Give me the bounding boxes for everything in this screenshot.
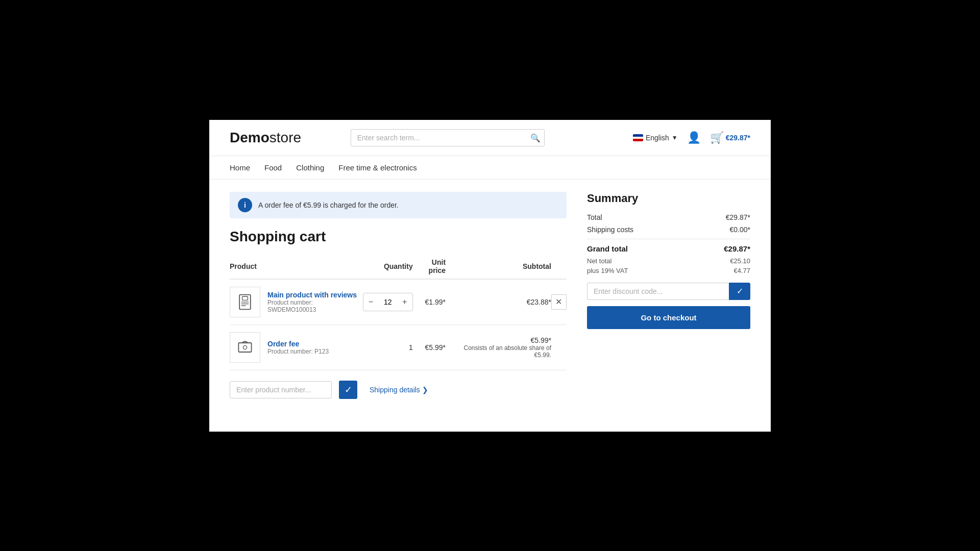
search-input[interactable] (351, 129, 545, 146)
col-unit-price: Unit price (413, 254, 446, 279)
info-banner: i A order fee of €5.99 is charged for th… (230, 192, 567, 218)
summary-vat-row: plus 19% VAT €4.77 (587, 267, 750, 274)
summary-shipping-row: Shipping costs €0.00* (587, 226, 750, 234)
quantity-input[interactable] (379, 298, 397, 306)
cart-title: Shopping cart (230, 229, 567, 245)
total-label: Total (587, 213, 602, 221)
language-label: English (646, 134, 669, 142)
cart-button[interactable]: 🛒 €29.87* (710, 131, 750, 144)
product-number: Product number: P123 (267, 348, 329, 355)
col-quantity: Quantity (363, 254, 413, 279)
summary-divider (587, 239, 750, 239)
grand-total-label: Grand total (587, 244, 628, 253)
summary-title: Summary (587, 192, 750, 205)
product-image (230, 287, 260, 317)
discount-code-input[interactable] (587, 283, 729, 300)
shipping-details-label: Shipping details (370, 386, 420, 394)
info-icon: i (238, 198, 252, 212)
search-button[interactable]: 🔍 (530, 133, 541, 142)
logo-thin: store (270, 130, 301, 145)
discount-row: ✓ (587, 283, 750, 300)
logo[interactable]: Demostore (230, 130, 301, 146)
shipping-label: Shipping costs (587, 226, 633, 234)
summary-total-row: Total €29.87* (587, 213, 750, 221)
order-fee-qty: 1 (363, 324, 413, 370)
order-fee-thumbnail-icon (236, 338, 254, 357)
cart-section: i A order fee of €5.99 is charged for th… (230, 192, 567, 399)
cart-icon: 🛒 (710, 131, 724, 144)
discount-apply-button[interactable]: ✓ (729, 283, 750, 300)
product-name[interactable]: Main product with reviews (267, 291, 363, 299)
logo-bold: Demo (230, 130, 270, 145)
grand-total-value: €29.87* (724, 244, 750, 253)
product-number: Product number: SWDEMO100013 (267, 299, 363, 313)
checkout-button[interactable]: Go to checkout (587, 306, 750, 329)
svg-rect-1 (242, 296, 248, 300)
summary-grand-total-row: Grand total €29.87* (587, 244, 750, 253)
product-info: Order fee Product number: P123 (267, 340, 329, 355)
product-info: Main product with reviews Product number… (267, 291, 363, 313)
col-subtotal: Subtotal (446, 254, 551, 279)
table-row: Order fee Product number: P123 1 €5.99* … (230, 324, 567, 370)
nav-item-free-time-electronics[interactable]: Free time & electronics (338, 163, 416, 172)
quantity-increase-button[interactable]: + (397, 293, 412, 311)
remove-item-button[interactable]: ✕ (551, 294, 567, 310)
shipping-details-link[interactable]: Shipping details ❯ (370, 386, 428, 394)
product-thumbnail-icon (236, 293, 254, 311)
nav-item-food[interactable]: Food (264, 163, 282, 172)
order-fee-note: Consists of an absolute share of €5.99. (446, 344, 551, 359)
user-account-button[interactable]: 👤 (687, 131, 701, 144)
cart-amount: €29.87* (726, 134, 750, 142)
cart-table: Product Quantity Unit price Subtotal (230, 254, 567, 370)
header: Demostore 🔍 English ▼ 👤 🛒 €29.87* (209, 120, 771, 156)
cart-bottom: ✓ Shipping details ❯ (230, 381, 567, 399)
product-cell: Main product with reviews Product number… (230, 287, 363, 317)
summary-net-total-row: Net total €25.10 (587, 257, 750, 265)
vat-label: plus 19% VAT (587, 267, 628, 274)
shipping-value: €0.00* (730, 226, 750, 234)
search-bar: 🔍 (351, 129, 545, 146)
order-fee-subtotal: €5.99* (446, 336, 551, 344)
chevron-right-icon: ❯ (422, 386, 428, 394)
summary-section: Summary Total €29.87* Shipping costs €0.… (587, 192, 750, 399)
product-cell: Order fee Product number: P123 (230, 332, 363, 363)
net-total-label: Net total (587, 257, 611, 265)
svg-rect-5 (238, 343, 251, 352)
net-total-value: €25.10 (730, 257, 750, 265)
quantity-decrease-button[interactable]: − (363, 293, 379, 311)
order-fee-unit-price: €5.99* (413, 324, 446, 370)
vat-value: €4.77 (733, 267, 750, 274)
flag-icon (633, 134, 643, 141)
chevron-down-icon: ▼ (672, 134, 678, 141)
main-nav: Home Food Clothing Free time & electroni… (209, 156, 771, 180)
nav-item-home[interactable]: Home (230, 163, 250, 172)
subtotal: €23.88* (446, 279, 551, 325)
total-value: €29.87* (726, 213, 750, 221)
nav-item-clothing[interactable]: Clothing (296, 163, 324, 172)
product-image (230, 332, 260, 363)
table-row: Main product with reviews Product number… (230, 279, 567, 325)
unit-price: €1.99* (413, 279, 446, 325)
col-product: Product (230, 254, 363, 279)
product-number-input[interactable] (230, 381, 332, 398)
quantity-control: − + (363, 293, 413, 311)
product-name[interactable]: Order fee (267, 340, 329, 348)
main-content: i A order fee of €5.99 is charged for th… (209, 180, 771, 411)
header-right: English ▼ 👤 🛒 €29.87* (633, 131, 750, 144)
svg-point-6 (243, 345, 247, 349)
add-product-button[interactable]: ✓ (339, 381, 357, 399)
info-banner-text: A order fee of €5.99 is charged for the … (258, 201, 399, 209)
language-selector[interactable]: English ▼ (633, 134, 678, 142)
